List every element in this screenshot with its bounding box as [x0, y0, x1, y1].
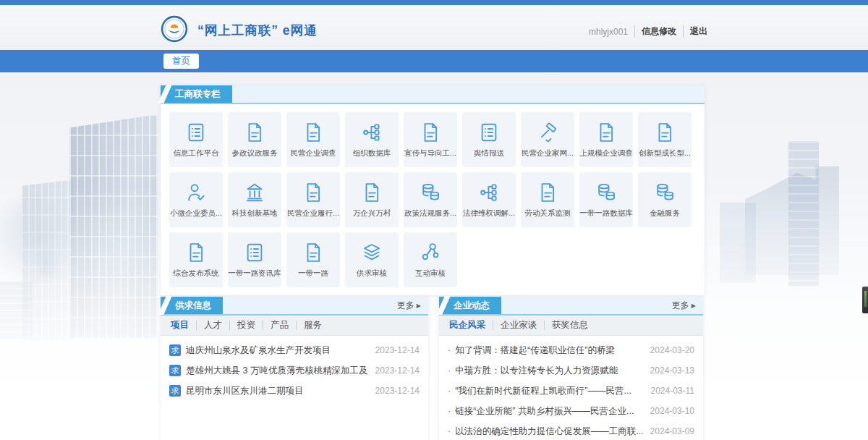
tile-7[interactable]: 上规模企业调查 [579, 112, 633, 167]
tile-label: 劳动关系监测 [525, 208, 571, 219]
tile-label: 科技创新基地 [232, 208, 278, 219]
doc-icon [537, 182, 558, 203]
news-item-date: 2024-03-09 [650, 426, 694, 436]
news-more-link[interactable]: 更多 ▶ [672, 297, 703, 314]
tile-12[interactable]: 万企兴万村 [345, 172, 399, 227]
coins-icon [654, 182, 676, 203]
news-item-1[interactable]: ·中瑞方胜：以专注铸专长为人力资源赋能2024-03-13 [439, 360, 703, 381]
bullet-dot: · [448, 426, 451, 436]
bank-icon [244, 182, 265, 203]
supply-tab-0[interactable]: 项目 [163, 321, 196, 330]
news-item-4[interactable]: ·以法治的确定性助力提信心促发展——工商联...2024-03-09 [439, 421, 703, 440]
supply-item-date: 2023-12-14 [375, 345, 420, 355]
doc-icon [595, 122, 617, 143]
nav-tab-home[interactable]: 首页 [163, 54, 199, 69]
tile-16[interactable]: 一带一路数据库 [579, 172, 633, 227]
tile-14[interactable]: 法律维权调解... [462, 172, 516, 227]
doc-icon [654, 122, 676, 143]
tile-10[interactable]: 科技创新基地 [228, 172, 281, 227]
tile-13[interactable]: 政策法规服务... [404, 172, 457, 227]
tile-label: 民营企业履行... [287, 208, 339, 219]
tile-19[interactable]: 一带一路资讯库 [228, 232, 281, 287]
tile-3[interactable]: 组织数据库 [345, 112, 399, 167]
list-icon [244, 242, 265, 263]
news-tab-1[interactable]: 企业家谈 [493, 321, 544, 330]
page: “网上工商联” e网通 mhlyjx001 信息修改 退出 首页 工商联专栏 信… [0, 0, 868, 440]
tile-17[interactable]: 金融服务 [638, 172, 692, 227]
tile-20[interactable]: 一带一路 [286, 232, 340, 287]
logout-link[interactable]: 退出 [683, 25, 707, 38]
news-more-label: 更多 [672, 300, 689, 312]
tile-label: 一带一路数据库 [579, 208, 633, 219]
supply-panel-title: 供求信息 [161, 297, 223, 314]
tile-label: 互动审核 [415, 268, 446, 279]
news-item-date: 2024-03-13 [650, 365, 694, 376]
tile-18[interactable]: 综合发布系统 [169, 232, 223, 287]
tile-1[interactable]: 参政议政服务 [228, 112, 281, 167]
supply-more-link[interactable]: 更多 ▶ [397, 297, 428, 314]
tile-label: 供求审核 [357, 268, 387, 279]
news-tab-2[interactable]: 获奖信息 [544, 321, 595, 330]
doc-icon [361, 182, 383, 203]
tile-2[interactable]: 民营企业调查 [286, 112, 340, 167]
news-panel-header: 企业动态 更多 ▶ [439, 297, 703, 316]
demand-badge: 求 [169, 344, 181, 356]
supply-tabs: 项目人才投资产品服务 [161, 316, 428, 336]
supply-tab-1[interactable]: 人才 [196, 321, 229, 330]
tile-5[interactable]: 舆情报送 [462, 112, 516, 167]
tile-22[interactable]: 互动审核 [404, 232, 457, 287]
tile-0[interactable]: 信息工作平台 [169, 112, 223, 167]
tile-4[interactable]: 宣传与导向工... [404, 112, 457, 167]
news-item-title: “我们在新时代新征程上凯歌而行”——民营... [455, 385, 643, 397]
bullet-dot: · [448, 365, 451, 376]
orgchart-icon [361, 122, 383, 143]
doc-icon [244, 122, 265, 143]
tile-label: 上规模企业调查 [579, 148, 633, 158]
news-item-date: 2024-03-20 [650, 345, 694, 355]
tile-label: 金融服务 [650, 208, 680, 219]
tile-label: 法律维权调解... [463, 208, 515, 219]
list-icon [478, 122, 500, 143]
tile-label: 民营企业调查 [291, 148, 336, 158]
tile-21[interactable]: 供求审核 [345, 232, 399, 287]
news-item-0[interactable]: ·知了背调：搭建起“传递职业信任”的桥梁2024-03-20 [439, 340, 703, 360]
supply-item-0[interactable]: 求迪庆州山泉水及矿泉水生产开发项目2023-12-14 [161, 340, 428, 360]
tile-9[interactable]: 小微企业委员... [169, 172, 223, 227]
supply-list: 求迪庆州山泉水及矿泉水生产开发项目2023-12-14求楚雄州大姚县 3 万吨优… [161, 336, 428, 401]
news-more-arrow-icon: ▶ [692, 302, 696, 309]
supply-tab-4[interactable]: 服务 [296, 321, 329, 330]
special-panel-title: 工商联专栏 [161, 85, 232, 103]
supply-item-title: 楚雄州大姚县 3 万吨优质薄壳核桃精深加工及科... [186, 365, 368, 377]
edge-floating-widget[interactable] [862, 287, 868, 313]
list-icon [185, 122, 207, 143]
tile-label: 参政议政服务 [232, 148, 278, 158]
supply-item-2[interactable]: 求昆明市东川区东川港二期项目2023-12-14 [161, 381, 428, 401]
news-item-2[interactable]: ·“我们在新时代新征程上凯歌而行”——民营...2024-03-11 [439, 381, 703, 401]
edit-info-link[interactable]: 信息修改 [634, 25, 683, 38]
tile-label: 民营企业家网... [522, 148, 574, 158]
tile-label: 一带一路资讯库 [228, 268, 281, 279]
tile-grid: 信息工作平台参政议政服务民营企业调查组织数据库宣传与导向工...舆情报送民营企业… [161, 104, 705, 295]
tile-label: 一带一路 [298, 268, 328, 279]
supply-tab-3[interactable]: 产品 [263, 321, 296, 330]
bullet-dot: · [448, 386, 451, 396]
news-item-title: 以法治的确定性助力提信心促发展——工商联... [455, 426, 642, 438]
network-icon [420, 242, 441, 263]
user-bar: mhlyjx001 信息修改 退出 [582, 25, 707, 38]
news-item-3[interactable]: ·链接“企业所能” 共助乡村振兴——民营企业...2024-03-10 [439, 401, 703, 421]
news-tab-0[interactable]: 民企风采 [442, 321, 493, 330]
tile-8[interactable]: 创新型成长型... [638, 112, 692, 167]
tile-11[interactable]: 民营企业履行... [286, 172, 340, 227]
nav-bar: 首页 [0, 50, 868, 72]
news-item-title: 知了背调：搭建起“传递职业信任”的桥梁 [455, 344, 642, 357]
coins-icon [420, 182, 441, 203]
site-logo-icon [161, 15, 188, 46]
news-item-date: 2024-03-10 [650, 406, 694, 416]
tile-15[interactable]: 劳动关系监测 [521, 172, 574, 227]
supply-item-1[interactable]: 求楚雄州大姚县 3 万吨优质薄壳核桃精深加工及科...2023-12-14 [161, 360, 428, 381]
layers-icon [361, 242, 383, 263]
supply-tab-2[interactable]: 投资 [229, 321, 263, 330]
tile-6[interactable]: 民营企业家网... [521, 112, 574, 167]
supply-more-label: 更多 [397, 300, 414, 312]
news-item-date: 2024-03-11 [651, 386, 695, 396]
